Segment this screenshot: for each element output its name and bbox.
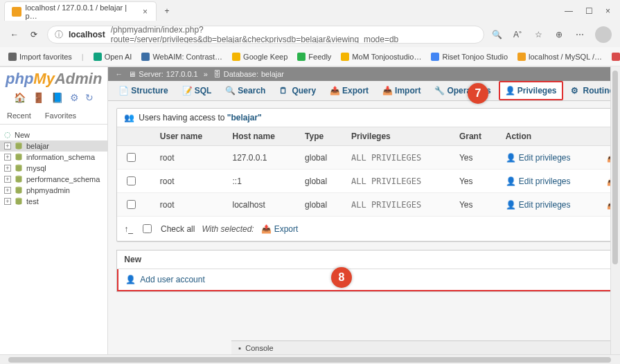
phpmyadmin-icon [517,53,526,61]
refresh-icon[interactable]: ⟳ [28,30,40,39]
favorite-star-icon[interactable]: ☆ [533,30,544,39]
edit-user-icon: 👤 [506,176,516,186]
bookmarks-bar: Import favorites | Open AI WebAIM: Contr… [0,47,620,66]
check-all-label[interactable]: Check all [161,224,195,234]
minimize-icon[interactable]: — [565,6,573,16]
address-bar[interactable]: ⓘ localhost/phpmyadmin/index.php?route=/… [47,26,484,44]
collections-icon[interactable]: ⊕ [553,30,565,39]
settings-icon[interactable]: ⚙ [70,92,79,103]
expand-icon[interactable]: + [4,198,11,205]
bookmark-item[interactable]: localhost / MySQL /… [517,53,602,61]
cell-host: ::1 [225,170,298,193]
scrollbar-thumb[interactable] [8,357,611,363]
new-db-icon: ◌ [4,130,11,139]
tab-structure[interactable]: 📄Structure [112,81,174,100]
bookmark-item[interactable]: WebAIM: Contrast… [141,53,222,61]
tab-export[interactable]: 📤Export [324,81,375,100]
new-db-label: New [15,131,30,139]
scrollbar-thumb[interactable] [612,71,618,264]
tab-search[interactable]: 🔍Search [219,81,272,100]
expand-icon[interactable]: + [4,176,11,183]
bookmark-label: Riset Tonjoo Studio [442,53,508,61]
tab-label: Structure [131,86,168,95]
edit-privileges-link[interactable]: 👤Edit privileges [506,153,571,163]
db-item-mysql[interactable]: + mysql [0,163,107,174]
sidebar: phpMyAdmin 🏠 🚪 📘 ⚙ ↻ Recent Favorites ◌ … [0,67,108,364]
privileges-icon: 👤 [505,86,515,95]
page-tabs: 📄Structure 📝SQL 🔍Search 🗒Query 📤Export 📥… [108,81,620,101]
add-user-account-link[interactable]: 👤 Add user account [117,269,620,291]
vertical-scrollbar[interactable] [610,66,620,354]
edit-privileges-link[interactable]: 👤Edit privileges [506,176,571,186]
bookmark-item[interactable]: Google Keep [232,53,287,61]
expand-icon[interactable]: + [4,154,11,161]
expand-icon[interactable]: + [4,187,11,194]
home-icon[interactable]: 🏠 [14,92,26,103]
tab-privileges[interactable]: 👤Privileges [499,81,563,100]
browser-tab[interactable]: localhost / 127.0.0.1 / belajar | p… × [4,1,157,21]
db-item-performance-schema[interactable]: + performance_schema [0,174,107,185]
bookmark-item[interactable]: Riset Tonjoo Studio [431,53,508,61]
bookmark-item[interactable]: Import favorites [8,53,72,61]
phpmyadmin-favicon-icon [12,7,21,17]
users-icon: 👥 [124,113,134,122]
new-tab-button[interactable]: + [159,6,175,16]
cell-grant: Yes [452,146,499,170]
row-checkbox[interactable] [127,153,136,162]
logout-icon[interactable]: 🚪 [33,92,44,103]
db-item-phpmyadmin[interactable]: + phpmyadmin [0,185,107,196]
docs-icon[interactable]: 📘 [51,92,63,103]
horizontal-scrollbar[interactable] [0,354,620,364]
tab-sql[interactable]: 📝SQL [176,81,218,100]
expand-icon[interactable]: + [4,165,11,172]
close-window-icon[interactable]: × [605,6,610,16]
heading-db-link[interactable]: "belajar" [227,113,262,122]
col-privileges: Privileges [344,127,452,146]
cell-host: localhost [225,193,298,217]
read-aloud-icon[interactable]: A» [512,30,523,39]
tab-query[interactable]: 🗒Query [273,81,322,100]
console-icon: ▪ [238,344,241,352]
crumb-server-value[interactable]: 127.0.0.1 [166,70,198,78]
bookmark-item[interactable]: MoM Tonjoostudio… [341,53,421,61]
heading-prefix: Users having access to [139,113,227,122]
bookmark-item[interactable]: WP Admin [612,53,620,61]
table-row: root ::1 global ALL PRIVILEGES Yes 👤Edit… [117,170,620,193]
row-checkbox[interactable] [127,200,136,209]
bookmark-item[interactable]: Open AI [94,53,132,61]
cell-type: global [298,193,344,217]
back-icon[interactable]: ← [8,30,21,39]
db-item-belajar[interactable]: + belajar [0,140,107,152]
db-item-test[interactable]: + test [0,196,107,207]
check-all-checkbox[interactable] [143,224,152,233]
crumb-db-value[interactable]: belajar [261,70,284,78]
db-item-information-schema[interactable]: + information_schema [0,152,107,163]
console-bar[interactable]: ▪ Console [231,340,620,355]
database-icon [15,153,23,161]
sidebar-tab-recent[interactable]: Recent [0,107,38,124]
tab-import[interactable]: 📥Import [376,81,427,100]
query-icon: 🗒 [279,86,289,95]
profile-avatar[interactable] [595,26,612,43]
row-checkbox[interactable] [127,176,136,185]
edit-privileges-link[interactable]: 👤Edit privileges [506,200,571,210]
sidebar-tab-favorites[interactable]: Favorites [38,107,83,124]
table-body: root 127.0.0.1 global ALL PRIVILEGES Yes… [117,146,620,217]
crumb-server[interactable]: 🖥 Server: 127.0.0.1 [128,70,197,78]
cell-host: 127.0.0.1 [225,146,298,170]
close-tab-icon[interactable]: × [141,7,149,17]
page-body: 👥 Users having access to "belajar" User … [108,101,620,299]
search-icon[interactable]: 🔍 [491,30,502,39]
database-icon [15,197,23,206]
maximize-icon[interactable]: ☐ [585,6,593,16]
menu-icon[interactable]: ⋯ [574,30,585,39]
separator-icon: | [82,53,84,61]
crumb-database[interactable]: 🗄 Database: belajar [213,70,284,78]
expand-icon[interactable]: + [4,143,11,149]
new-database[interactable]: ◌ New [0,129,107,140]
bookmark-label: localhost / MySQL /… [529,53,602,61]
collapse-icon[interactable]: ← [115,70,123,78]
reload-icon[interactable]: ↻ [85,92,94,103]
bulk-export-link[interactable]: 📤Export [261,224,299,234]
bookmark-item[interactable]: Feedly [297,53,331,61]
